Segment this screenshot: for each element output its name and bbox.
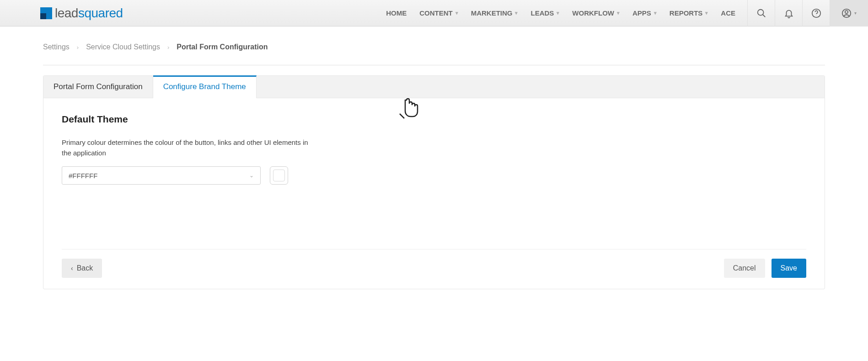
chevron-right-icon: › — [77, 44, 79, 51]
tabs: Portal Form ConfigurationConfigure Brand… — [43, 76, 825, 98]
page-body: Settings›Service Cloud Settings›Portal F… — [0, 27, 868, 289]
logo-prefix: lead — [55, 6, 78, 20]
chevron-down-icon: ▾ — [515, 10, 518, 16]
nav-item-label: HOME — [386, 9, 407, 17]
tab-content: Default Theme Primary colour determines … — [43, 98, 825, 249]
nav-item-marketing[interactable]: MARKETING▾ — [465, 0, 525, 27]
nav-item-label: LEADS — [530, 9, 554, 17]
section-title: Default Theme — [62, 114, 806, 125]
nav-item-apps[interactable]: APPS▾ — [626, 0, 663, 27]
nav-item-content[interactable]: CONTENT▾ — [413, 0, 465, 27]
breadcrumb-item[interactable]: Service Cloud Settings — [86, 43, 160, 51]
chevron-left-icon: ‹ — [71, 265, 73, 272]
nav-item-label: CONTENT — [419, 9, 453, 17]
cancel-button[interactable]: Cancel — [724, 259, 765, 278]
color-swatch-inner — [273, 170, 285, 181]
chevron-down-icon: ▾ — [654, 10, 657, 16]
breadcrumb: Settings›Service Cloud Settings›Portal F… — [43, 43, 825, 65]
nav-item-label: ACE — [721, 9, 735, 17]
card-footer: ‹ Back Cancel Save — [62, 249, 806, 289]
search-icon[interactable] — [747, 0, 775, 27]
chevron-down-icon: ▾ — [854, 11, 857, 16]
nav-item-ace[interactable]: ACE — [714, 0, 742, 27]
main-nav: HOMECONTENT▾MARKETING▾LEADS▾WORKFLOW▾APP… — [380, 0, 742, 27]
section-description: Primary colour determines the colour of … — [62, 138, 318, 158]
nav-item-reports[interactable]: REPORTS▾ — [663, 0, 715, 27]
primary-color-value: #FFFFFF — [69, 172, 97, 180]
svg-point-3 — [816, 15, 816, 16]
brand-logo[interactable]: leadsquared — [40, 6, 123, 21]
primary-color-select[interactable]: #FFFFFF ⌄ — [62, 166, 261, 185]
color-picker-row: #FFFFFF ⌄ — [62, 166, 806, 185]
notifications-icon[interactable] — [775, 0, 802, 27]
logo-text: leadsquared — [55, 6, 123, 21]
nav-utility-icons: ▾ — [747, 0, 868, 27]
svg-point-5 — [845, 11, 848, 13]
chevron-down-icon: ▾ — [557, 10, 559, 16]
profile-menu[interactable]: ▾ — [830, 0, 868, 27]
chevron-down-icon: ▾ — [455, 10, 458, 16]
chevron-down-icon: ⌄ — [249, 172, 254, 179]
breadcrumb-item[interactable]: Settings — [43, 43, 70, 51]
svg-line-1 — [762, 14, 765, 17]
chevron-down-icon: ▾ — [705, 10, 708, 16]
breadcrumb-item: Portal Form Configuration — [177, 43, 268, 51]
logo-mark-icon — [40, 7, 52, 19]
cancel-button-label: Cancel — [733, 264, 756, 272]
color-swatch[interactable] — [270, 166, 288, 185]
logo-suffix: squared — [78, 6, 123, 20]
nav-item-label: REPORTS — [670, 9, 703, 17]
back-button-label: Back — [77, 264, 93, 272]
chevron-down-icon: ▾ — [617, 10, 620, 16]
config-card: Portal Form ConfigurationConfigure Brand… — [43, 75, 825, 289]
svg-point-0 — [757, 9, 763, 15]
chevron-right-icon: › — [167, 44, 169, 51]
top-navbar: leadsquared HOMECONTENT▾MARKETING▾LEADS▾… — [0, 0, 868, 27]
tab-portal-form-configuration[interactable]: Portal Form Configuration — [43, 76, 153, 98]
nav-item-workflow[interactable]: WORKFLOW▾ — [566, 0, 626, 27]
tab-configure-brand-theme[interactable]: Configure Brand Theme — [153, 75, 257, 98]
nav-item-leads[interactable]: LEADS▾ — [524, 0, 566, 27]
help-icon[interactable] — [802, 0, 830, 27]
save-button-label: Save — [781, 264, 797, 272]
back-button[interactable]: ‹ Back — [62, 259, 102, 278]
save-button[interactable]: Save — [772, 259, 806, 278]
nav-item-label: APPS — [632, 9, 651, 17]
nav-item-label: MARKETING — [471, 9, 513, 17]
nav-item-label: WORKFLOW — [572, 9, 614, 17]
nav-item-home[interactable]: HOME — [380, 0, 413, 27]
